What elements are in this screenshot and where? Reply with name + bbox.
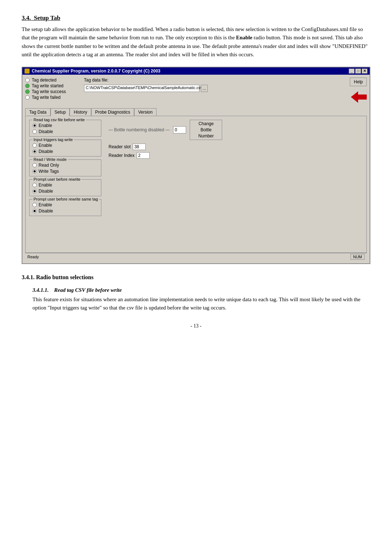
- prompt-rewrite-same-disable-radio[interactable]: [32, 209, 37, 213]
- reader-index-input[interactable]: [137, 152, 150, 159]
- tag-write-started-label: Tag write started: [32, 83, 63, 88]
- option-group-prompt-rewrite-same: Prompt user before rewrite same tag Enab…: [29, 199, 101, 216]
- status-row-tag-write-success: Tag write success: [25, 89, 66, 94]
- write-tags-row[interactable]: Write Tags: [32, 169, 98, 174]
- help-logo-area: Help: [350, 78, 367, 105]
- svg-marker-0: [351, 91, 367, 103]
- option-group-prompt-rewrite: Prompt user before rewrite Enable Disabl…: [29, 179, 101, 196]
- tag-detected-indicator: [25, 78, 30, 82]
- maximize-button[interactable]: □: [355, 69, 361, 74]
- prompt-rewrite-same-options: Enable Disable: [32, 202, 98, 214]
- tag-data-file-label: Tag data file:: [84, 78, 109, 83]
- read-write-mode-options: Read Only Write Tags: [32, 163, 98, 174]
- bottle-area: — Bottle numbering disabled — Change Bot…: [109, 120, 363, 140]
- window-icon: [25, 69, 30, 74]
- browse-button[interactable]: ...: [201, 85, 208, 92]
- change-bottle-button[interactable]: Change BottleNumber: [190, 120, 222, 140]
- input-triggers-disable-radio[interactable]: [32, 149, 37, 154]
- reader-slot-input[interactable]: [133, 144, 146, 150]
- reader-info: Reader slot Reader Index: [109, 144, 363, 159]
- write-tags-label: Write Tags: [39, 169, 59, 174]
- bottle-disabled-text: — Bottle numbering disabled —: [109, 127, 169, 132]
- tag-detected-label: Tag detected: [32, 78, 57, 83]
- read-only-row[interactable]: Read Only: [32, 163, 98, 168]
- input-triggers-legend: Input triggers tag write: [32, 137, 74, 142]
- prompt-rewrite-disable-row[interactable]: Disable: [32, 189, 98, 194]
- read-write-mode-legend: Read / Write mode: [32, 157, 68, 162]
- bottle-number-input[interactable]: [173, 126, 186, 133]
- page-number: - 13 -: [22, 323, 370, 329]
- read-tag-csv-enable-label: Enable: [39, 123, 52, 128]
- title-left: Chemical Supplier Program, version 2.0.0…: [25, 69, 160, 74]
- status-items: Tag detected Tag write started Tag write…: [25, 78, 66, 105]
- reader-slot-row: Reader slot: [109, 144, 363, 150]
- input-triggers-enable-radio[interactable]: [32, 143, 37, 148]
- tag-file-area: Tag data file: C:\NOWTrakCSP\Database\TE…: [84, 78, 343, 105]
- input-triggers-enable-row[interactable]: Enable: [32, 143, 98, 148]
- status-row-tag-detected: Tag detected: [25, 78, 66, 83]
- application-window: Chemical Supplier Program, version 2.0.0…: [22, 67, 370, 264]
- prompt-rewrite-enable-row[interactable]: Enable: [32, 183, 98, 188]
- read-tag-csv-legend: Read tag csv file before write: [32, 118, 86, 122]
- prompt-rewrite-same-enable-label: Enable: [39, 202, 52, 207]
- num-indicator: NUM: [351, 254, 365, 260]
- input-triggers-enable-label: Enable: [39, 143, 52, 148]
- input-triggers-options: Enable Disable: [32, 143, 98, 154]
- intro-paragraph: The setup tab allows the application beh…: [22, 25, 370, 59]
- subsection-heading: 3.4.1. Radio button selections: [22, 274, 370, 281]
- tab-version[interactable]: Version: [134, 108, 157, 116]
- option-group-read-tag-csv: Read tag csv file before write Enable Di…: [29, 120, 101, 137]
- prompt-rewrite-enable-label: Enable: [39, 183, 52, 188]
- prompt-rewrite-legend: Prompt user before rewrite: [32, 177, 82, 181]
- read-only-radio[interactable]: [32, 163, 37, 167]
- minimize-button[interactable]: _: [349, 69, 354, 74]
- prompt-rewrite-same-disable-row[interactable]: Disable: [32, 208, 98, 214]
- help-button[interactable]: Help: [350, 78, 367, 86]
- read-tag-csv-options: Enable Disable: [32, 123, 98, 134]
- input-triggers-disable-row[interactable]: Disable: [32, 149, 98, 154]
- read-tag-csv-disable-label: Disable: [39, 129, 53, 134]
- tabs-row: Tag Data Setup History Probe Diagnostics…: [25, 108, 367, 116]
- read-tag-csv-disable-radio[interactable]: [32, 129, 37, 134]
- tab-setup[interactable]: Setup: [50, 108, 70, 116]
- tag-file-path-display: C:\NOWTrakCSP\Database\TEMP\ChemicalSamp…: [84, 85, 199, 92]
- tag-write-started-indicator: [25, 84, 30, 88]
- prompt-rewrite-same-disable-label: Disable: [39, 208, 53, 214]
- reader-index-label: Reader Index: [109, 153, 135, 158]
- left-column: Read tag csv file before write Enable Di…: [29, 120, 101, 216]
- window-controls[interactable]: _ □ ✕: [349, 69, 367, 74]
- read-tag-csv-enable-row[interactable]: Enable: [32, 123, 98, 128]
- tab-history[interactable]: History: [70, 108, 91, 116]
- window-body: Tag detected Tag write started Tag write…: [22, 75, 370, 263]
- tab-inner: Read tag csv file before write Enable Di…: [29, 120, 363, 216]
- section-heading: 3.4. Setup Tab: [22, 14, 370, 22]
- prompt-rewrite-disable-radio[interactable]: [32, 189, 37, 193]
- arrow-logo: [351, 89, 367, 105]
- write-tags-radio[interactable]: [32, 169, 37, 174]
- reader-slot-label: Reader slot: [109, 144, 131, 149]
- statusbar-text: Ready: [27, 255, 39, 259]
- prompt-rewrite-same-enable-row[interactable]: Enable: [32, 202, 98, 207]
- option-group-input-triggers: Input triggers tag write Enable Disable: [29, 140, 101, 157]
- statusbar: Ready NUM: [25, 253, 367, 260]
- prompt-rewrite-enable-radio[interactable]: [32, 183, 37, 187]
- tab-probe-diagnostics[interactable]: Probe Diagnostics: [91, 108, 134, 116]
- input-triggers-disable-label: Disable: [39, 149, 53, 154]
- tag-file-label-row: Tag data file:: [84, 78, 343, 83]
- read-tag-csv-disable-row[interactable]: Disable: [32, 129, 98, 134]
- logo-svg: [351, 89, 367, 105]
- tab-tag-data[interactable]: Tag Data: [25, 108, 50, 116]
- tag-file-input-row: C:\NOWTrakCSP\Database\TEMP\ChemicalSamp…: [84, 85, 343, 92]
- subsubsection-heading: 3.4.1.1. Read tag CSV file before write: [32, 287, 370, 293]
- window-title: Chemical Supplier Program, version 2.0.0…: [32, 69, 160, 74]
- tag-write-failed-label: Tag write failed: [32, 95, 61, 100]
- prompt-rewrite-same-enable-radio[interactable]: [32, 203, 37, 207]
- read-tag-csv-enable-radio[interactable]: [32, 123, 37, 128]
- close-button[interactable]: ✕: [362, 69, 367, 74]
- prompt-rewrite-same-legend: Prompt user before rewrite same tag: [32, 197, 99, 201]
- reader-index-row: Reader Index: [109, 152, 363, 159]
- right-column: — Bottle numbering disabled — Change Bot…: [109, 120, 363, 216]
- option-group-read-write-mode: Read / Write mode Read Only Write Tags: [29, 159, 101, 176]
- status-area: Tag detected Tag write started Tag write…: [25, 78, 367, 105]
- prompt-rewrite-options: Enable Disable: [32, 183, 98, 194]
